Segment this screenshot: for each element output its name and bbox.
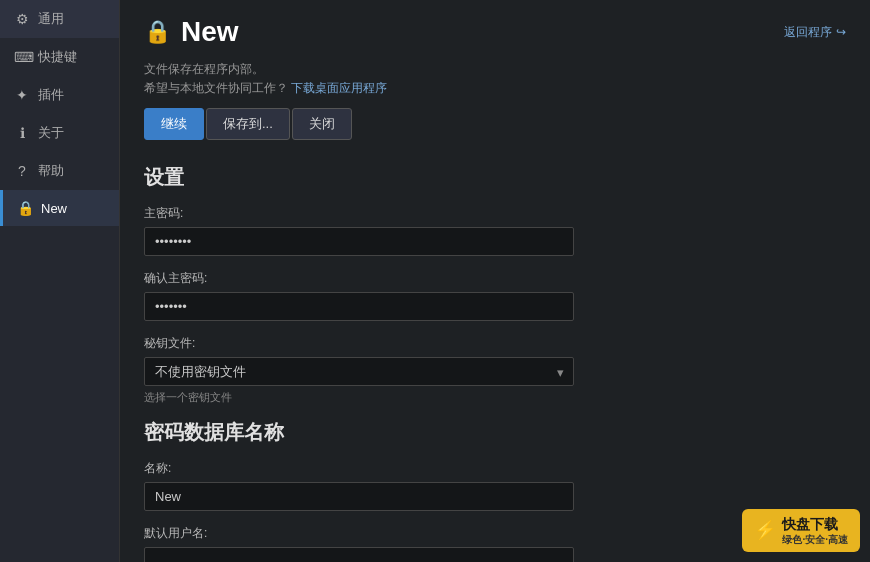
confirm-password-label: 确认主密码:: [144, 270, 846, 287]
key-file-label: 秘钥文件:: [144, 335, 846, 352]
master-password-label: 主密码:: [144, 205, 846, 222]
info-bar: 文件保存在程序内部。 希望与本地文件协同工作？ 下载桌面应用程序: [120, 56, 870, 108]
shortcuts-icon: ⌨: [14, 49, 30, 65]
download-link[interactable]: 下载桌面应用程序: [291, 81, 387, 95]
saveas-button[interactable]: 保存到...: [206, 108, 290, 140]
default-user-label: 默认用户名:: [144, 525, 846, 542]
master-password-group: 主密码:: [144, 205, 846, 256]
sidebar-item-help[interactable]: ? 帮助: [0, 152, 119, 190]
info-line2: 希望与本地文件协同工作？ 下载桌面应用程序: [144, 79, 846, 98]
confirm-password-group: 确认主密码:: [144, 270, 846, 321]
plugins-icon: ✦: [14, 87, 30, 103]
sidebar-item-plugins[interactable]: ✦ 插件: [0, 76, 119, 114]
watermark-subtitle: 绿色·安全·高速: [782, 533, 848, 546]
sidebar-item-label: New: [41, 201, 67, 216]
lock-sidebar-icon: 🔒: [17, 200, 33, 216]
continue-button[interactable]: 继续: [144, 108, 204, 140]
key-file-group: 秘钥文件: 不使用密钥文件 选择一个密钥文件: [144, 335, 846, 405]
db-name-group: 名称:: [144, 460, 846, 511]
content-area: 设置 主密码: 确认主密码: 秘钥文件: 不使用密钥文件 选择一个密钥文件 密码…: [120, 156, 870, 562]
close-button[interactable]: 关闭: [292, 108, 352, 140]
back-link[interactable]: 返回程序 ↪: [784, 24, 846, 41]
key-file-select-wrapper: 不使用密钥文件: [144, 357, 574, 386]
sidebar-item-label: 通用: [38, 10, 64, 28]
key-file-select[interactable]: 不使用密钥文件: [144, 357, 574, 386]
sidebar-item-label: 快捷键: [38, 48, 77, 66]
sidebar-item-label: 关于: [38, 124, 64, 142]
db-name-input[interactable]: [144, 482, 574, 511]
key-file-hint: 选择一个密钥文件: [144, 390, 846, 405]
watermark-icon: ⚡: [754, 519, 776, 541]
sidebar-item-label: 插件: [38, 86, 64, 104]
master-password-input[interactable]: [144, 227, 574, 256]
watermark-title: 快盘下载: [782, 515, 848, 533]
db-name-label: 名称:: [144, 460, 846, 477]
watermark: ⚡ 快盘下载 绿色·安全·高速: [742, 509, 860, 552]
watermark-text: 快盘下载 绿色·安全·高速: [782, 515, 848, 546]
sidebar-item-general[interactable]: ⚙ 通用: [0, 0, 119, 38]
lock-icon: 🔒: [144, 19, 171, 45]
default-user-input[interactable]: [144, 547, 574, 562]
header-left: 🔒 New: [144, 16, 239, 48]
toolbar: 继续 保存到... 关闭: [120, 108, 870, 156]
back-label: 返回程序: [784, 24, 832, 41]
main-panel: 🔒 New 返回程序 ↪ 文件保存在程序内部。 希望与本地文件协同工作？ 下载桌…: [120, 0, 870, 562]
page-header: 🔒 New 返回程序 ↪: [120, 0, 870, 56]
sidebar: ⚙ 通用 ⌨ 快捷键 ✦ 插件 ℹ 关于 ? 帮助 🔒 New: [0, 0, 120, 562]
sidebar-item-about[interactable]: ℹ 关于: [0, 114, 119, 152]
sidebar-item-new[interactable]: 🔒 New: [0, 190, 119, 226]
database-section-title: 密码数据库名称: [144, 419, 846, 446]
sidebar-item-shortcuts[interactable]: ⌨ 快捷键: [0, 38, 119, 76]
general-icon: ⚙: [14, 11, 30, 27]
page-title: New: [181, 16, 239, 48]
back-arrow-icon: ↪: [836, 25, 846, 39]
sidebar-item-label: 帮助: [38, 162, 64, 180]
about-icon: ℹ: [14, 125, 30, 141]
settings-section-title: 设置: [144, 164, 846, 191]
confirm-password-input[interactable]: [144, 292, 574, 321]
default-user-group: 默认用户名:: [144, 525, 846, 562]
info-line1: 文件保存在程序内部。: [144, 60, 846, 79]
help-icon: ?: [14, 163, 30, 179]
